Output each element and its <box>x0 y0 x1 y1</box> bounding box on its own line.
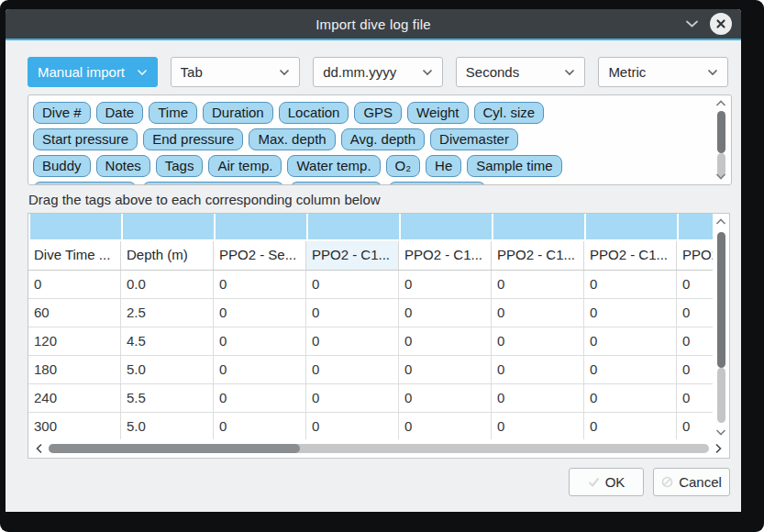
scroll-down-icon[interactable] <box>711 172 731 180</box>
tag-rows: Dive #DateTimeDurationLocationGPSWeightC… <box>28 95 711 184</box>
tag-row: Sample depthSample temperatureSample pO₂… <box>33 179 711 184</box>
tag-o[interactable]: O₂ <box>386 155 421 177</box>
close-button[interactable] <box>710 13 732 35</box>
tag-water-temp[interactable]: Water temp. <box>287 155 380 177</box>
cell-r4-c4: 0 <box>399 384 492 412</box>
cell-r4-c6: 0 <box>584 384 677 412</box>
shade-button[interactable] <box>685 19 699 28</box>
tag-sample-po[interactable]: Sample pO₂ <box>290 182 382 185</box>
scrollbar-thumb[interactable] <box>49 444 300 453</box>
titlebar[interactable]: Import dive log file <box>6 9 741 40</box>
cell-r3-c1: 5.0 <box>121 356 214 383</box>
table-vertical-scrollbar[interactable] <box>713 214 729 439</box>
cell-r2-c5: 0 <box>492 327 584 355</box>
scroll-down-icon[interactable] <box>713 428 729 436</box>
column-header-5[interactable]: PPO2 - C1... <box>492 241 584 270</box>
column-header-7[interactable]: PPO2 - C1... <box>677 241 713 270</box>
tag-he[interactable]: He <box>426 155 461 177</box>
window-frame: Import dive log file Manual importTabdd.… <box>0 0 764 532</box>
tag-end-pressure[interactable]: End pressure <box>143 128 243 150</box>
tag-date[interactable]: Date <box>96 102 144 124</box>
tag-duration[interactable]: Duration <box>203 102 273 124</box>
column-header-3[interactable]: PPO2 - C1... <box>306 241 399 270</box>
drop-target-col-7[interactable] <box>679 214 713 239</box>
cell-r0-c0: 0 <box>28 271 121 298</box>
scroll-up-icon[interactable] <box>711 100 731 107</box>
close-icon <box>715 18 726 29</box>
chevron-down-icon <box>564 69 575 76</box>
column-header-2[interactable]: PPO2 - Se... <box>214 241 306 270</box>
cell-r3-c0: 180 <box>28 356 121 383</box>
cell-r1-c3: 0 <box>306 299 399 327</box>
combo-date-format-value: dd.mm.yyyy <box>323 64 422 80</box>
cell-r4-c1: 5.5 <box>121 384 214 412</box>
tag-tags[interactable]: Tags <box>156 155 204 177</box>
drop-target-col-3[interactable] <box>308 214 399 239</box>
tag-sample-depth[interactable]: Sample depth <box>33 182 137 185</box>
cell-r5-c5: 0 <box>492 413 584 439</box>
tag-notes[interactable]: Notes <box>96 155 150 177</box>
tag-sample-cns[interactable]: Sample CNS <box>388 182 486 185</box>
ok-button-label: OK <box>605 474 626 490</box>
combo-date-format[interactable]: dd.mm.yyyy <box>313 57 443 87</box>
tag-start-pressure[interactable]: Start pressure <box>33 128 138 150</box>
drop-target-col-6[interactable] <box>586 214 677 239</box>
drop-target-col-5[interactable] <box>493 214 584 239</box>
cell-r5-c2: 0 <box>214 413 306 439</box>
tag-max-depth[interactable]: Max. depth <box>249 128 335 150</box>
drop-target-col-2[interactable] <box>216 214 306 239</box>
drop-target-col-1[interactable] <box>123 214 214 239</box>
cell-r1-c0: 60 <box>28 299 121 327</box>
cell-r1-c5: 0 <box>492 299 584 327</box>
combo-units[interactable]: Metric <box>598 57 728 87</box>
tag-list-scrollbar[interactable] <box>711 95 731 184</box>
tag-buddy[interactable]: Buddy <box>33 155 91 177</box>
table-horizontal-scrollbar[interactable] <box>28 439 729 458</box>
scroll-left-icon[interactable] <box>36 441 43 458</box>
scroll-right-icon[interactable] <box>714 441 722 458</box>
check-icon <box>588 477 600 487</box>
tag-avg-depth[interactable]: Avg. depth <box>341 128 425 150</box>
column-header-0[interactable]: Dive Time ... <box>28 241 121 270</box>
scrollbar-track[interactable] <box>49 444 709 453</box>
cell-r5-c7: 0 <box>677 413 713 439</box>
tag-location[interactable]: Location <box>279 102 349 124</box>
tag-sample-time[interactable]: Sample time <box>467 155 561 177</box>
tag-divemaster[interactable]: Divemaster <box>430 128 518 150</box>
tag-row: BuddyNotesTagsAir temp.Water temp.O₂HeSa… <box>33 152 711 179</box>
table-body: 00.0000000602.50000001204.50000001805.00… <box>28 271 713 439</box>
tag-weight[interactable]: Weight <box>407 102 468 124</box>
tag-sample-temperature[interactable]: Sample temperature <box>142 182 285 185</box>
chevron-down-icon <box>422 69 433 76</box>
scrollbar-thumb[interactable] <box>717 232 725 368</box>
combo-import-type[interactable]: Manual import <box>28 57 158 87</box>
tag-cyl-size[interactable]: Cyl. size <box>474 102 545 124</box>
ok-button[interactable]: OK <box>569 468 644 496</box>
cell-r5-c4: 0 <box>399 413 492 439</box>
tag-air-temp[interactable]: Air temp. <box>208 155 282 177</box>
column-header-1[interactable]: Depth (m) <box>121 241 214 270</box>
cell-r5-c6: 0 <box>584 413 677 439</box>
tag-list-box: Dive #DateTimeDurationLocationGPSWeightC… <box>28 94 732 185</box>
combo-field-separator[interactable]: Tab <box>171 57 301 87</box>
scrollbar-track[interactable] <box>717 368 725 423</box>
cell-r1-c1: 2.5 <box>121 299 214 327</box>
cell-r2-c6: 0 <box>584 327 677 355</box>
combo-duration-format[interactable]: Seconds <box>456 57 586 87</box>
tag-row: Start pressureEnd pressureMax. depthAvg.… <box>33 126 711 152</box>
column-header-4[interactable]: PPO2 - C1... <box>399 241 492 270</box>
cell-r3-c2: 0 <box>214 356 306 383</box>
drop-target-col-4[interactable] <box>401 214 492 239</box>
cancel-button[interactable]: Cancel <box>653 468 730 496</box>
cell-r4-c3: 0 <box>306 384 399 412</box>
drop-target-col-0[interactable] <box>30 214 121 239</box>
tag-dive[interactable]: Dive # <box>33 102 91 124</box>
window-title: Import dive log file <box>316 17 431 32</box>
table-row-3: 1805.0000000 <box>28 356 713 384</box>
cell-r0-c2: 0 <box>214 271 306 298</box>
scroll-up-icon[interactable] <box>713 218 729 226</box>
tag-gps[interactable]: GPS <box>354 102 402 124</box>
scrollbar-thumb[interactable] <box>717 111 725 153</box>
tag-time[interactable]: Time <box>149 102 197 124</box>
column-header-6[interactable]: PPO2 - C1... <box>584 241 677 270</box>
